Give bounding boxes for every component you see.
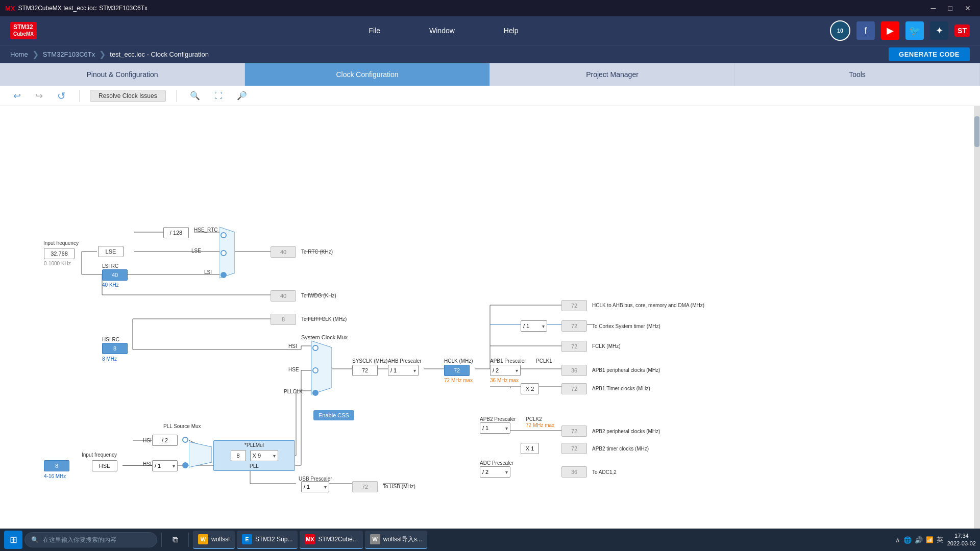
menu-file[interactable]: File bbox=[364, 24, 384, 37]
time: 17:34 bbox=[947, 532, 976, 540]
taskbar-app-stm32sup[interactable]: E STM32 Sup... bbox=[237, 531, 298, 549]
to-iwdg-label: To IWDG (KHz) bbox=[301, 293, 336, 298]
apb1-timer-value: 72 bbox=[561, 383, 587, 394]
to-rtc-value: 40 bbox=[271, 246, 296, 258]
resolve-clock-button[interactable]: Resolve Clock Issues bbox=[90, 90, 166, 102]
hsi-rc-unit: 8 MHz bbox=[102, 356, 117, 362]
pllclk-mux-label: PLLCLK bbox=[284, 389, 303, 394]
tab-bar: Pinout & Configuration Clock Configurati… bbox=[0, 63, 980, 86]
hse-div-dropdown[interactable]: / 1 bbox=[152, 460, 178, 471]
rtc-mux-lse-radio[interactable] bbox=[220, 250, 227, 256]
close-button[interactable]: ✕ bbox=[961, 4, 975, 12]
wifi-icon[interactable]: 📶 bbox=[926, 536, 934, 543]
toolbar-separator bbox=[79, 90, 80, 102]
ahb-prescaler-dropdown[interactable]: / 1 bbox=[388, 365, 419, 376]
pclk1-value: 36 bbox=[561, 365, 587, 376]
tab-pinout[interactable]: Pinout & Configuration bbox=[0, 63, 245, 86]
input-freq-top-value[interactable]: 32.768 bbox=[44, 248, 75, 259]
tray-expand-icon[interactable]: ∧ bbox=[895, 536, 900, 544]
hsi-rc-value[interactable]: 8 bbox=[102, 343, 128, 354]
sys-mux-pll-radio[interactable] bbox=[312, 390, 318, 396]
pll-src-hse-radio[interactable] bbox=[182, 462, 188, 468]
apb1-periph-label: APB1 peripheral clocks (MHz) bbox=[592, 367, 660, 373]
taskbar-search[interactable]: 🔍 在这里输入你要搜索的内容 bbox=[24, 532, 157, 547]
zoom-out-button[interactable]: 🔎 bbox=[234, 90, 250, 102]
menu-window[interactable]: Window bbox=[425, 24, 459, 37]
sysclk-value[interactable]: 72 bbox=[352, 365, 378, 376]
redo-button[interactable]: ↪ bbox=[32, 89, 46, 103]
taskbar-app-stm32cube[interactable]: MX STM32Cube... bbox=[300, 531, 362, 549]
lang-label[interactable]: 英 bbox=[937, 535, 943, 544]
clock-canvas: Input frequency 32.768 0-1000 KHz LSE LS… bbox=[0, 106, 974, 529]
apb2-prescaler-dropdown[interactable]: / 1 bbox=[480, 422, 510, 434]
pll-mul-label: *PLLMul bbox=[244, 442, 264, 448]
wolfssl-app-icon: W bbox=[198, 534, 208, 544]
scrollbar[interactable] bbox=[974, 106, 980, 529]
pll-label: PLL bbox=[250, 463, 259, 469]
hse-box: HSE bbox=[92, 460, 117, 471]
menu-help[interactable]: Help bbox=[500, 24, 523, 37]
usb-prescaler-dropdown[interactable]: / 1 bbox=[301, 481, 329, 492]
lsi-rc-label: LSI RC bbox=[102, 263, 118, 269]
system-tray-icons: ∧ 🌐 🔊 📶 英 bbox=[895, 535, 943, 544]
taskbar-app-wolfssl[interactable]: W wolfssl bbox=[193, 531, 235, 549]
lse-box: LSE bbox=[98, 246, 124, 257]
header-icons: 10 f ▶ 🐦 ✦ ST bbox=[830, 20, 970, 41]
enable-css-button[interactable]: Enable CSS bbox=[313, 410, 354, 420]
apb1-prescaler-dropdown[interactable]: / 2 bbox=[490, 365, 521, 376]
start-button[interactable]: ⊞ bbox=[4, 531, 22, 549]
scrollbar-thumb[interactable] bbox=[974, 116, 979, 147]
pclk1-label: PCLK1 bbox=[536, 358, 552, 364]
sysclk-label: SYSCLK (MHz) bbox=[352, 358, 387, 364]
minimize-button[interactable]: ─ bbox=[927, 4, 940, 12]
hse-rtc-label: HSE_RTC bbox=[194, 227, 218, 233]
network-icon[interactable]: 🌐 bbox=[903, 536, 912, 544]
refresh-button[interactable]: ↺ bbox=[54, 89, 69, 103]
youtube-icon[interactable]: ▶ bbox=[881, 21, 899, 40]
clock-display[interactable]: 17:34 2022-03-02 bbox=[947, 532, 976, 548]
breadcrumb-home[interactable]: Home bbox=[10, 51, 28, 58]
breadcrumb-current[interactable]: test_ecc.ioc - Clock Configuration bbox=[110, 51, 209, 58]
cortex-timer-label: To Cortex System timer (MHz) bbox=[592, 323, 660, 329]
task-view-button[interactable]: ⧉ bbox=[166, 531, 184, 549]
sys-mux-hse-radio[interactable] bbox=[312, 367, 318, 373]
maximize-button[interactable]: □ bbox=[944, 4, 957, 12]
taskbar-app-wolfssl2[interactable]: W wolfssl导入s... bbox=[365, 531, 427, 549]
twitter-icon[interactable]: 🐦 bbox=[905, 21, 924, 40]
lsi-rc-value[interactable]: 40 bbox=[102, 269, 128, 281]
lse-out-label: LSE bbox=[191, 248, 201, 254]
fit-view-button[interactable]: ⛶ bbox=[211, 90, 226, 102]
community-icon[interactable]: ✦ bbox=[930, 21, 948, 40]
adc-prescaler-dropdown[interactable]: / 2 bbox=[480, 466, 510, 478]
rtc-mux-hse-radio[interactable] bbox=[220, 232, 227, 238]
tab-project-manager[interactable]: Project Manager bbox=[490, 63, 735, 86]
tab-tools[interactable]: Tools bbox=[735, 63, 980, 86]
facebook-icon[interactable]: f bbox=[856, 21, 875, 40]
volume-icon[interactable]: 🔊 bbox=[915, 536, 923, 544]
pll-src-hsi-radio[interactable] bbox=[182, 437, 188, 443]
undo-button[interactable]: ↩ bbox=[10, 89, 24, 103]
tab-clock[interactable]: Clock Configuration bbox=[245, 63, 490, 86]
apb2-timer-mult: X 1 bbox=[521, 443, 539, 454]
usb-value: 72 bbox=[352, 481, 378, 492]
cortex-timer-div-dropdown[interactable]: / 1 bbox=[521, 320, 547, 332]
to-flit-value: 8 bbox=[271, 314, 296, 325]
pclk1-max: 36 MHz max bbox=[490, 378, 519, 383]
breadcrumb-mcu[interactable]: STM32F103C6Tx bbox=[43, 51, 95, 58]
pll-mul-value[interactable]: 8 bbox=[231, 450, 246, 461]
usb-label: To USB (MHz) bbox=[383, 484, 415, 489]
input-freq-bottom-range: 4-16 MHz bbox=[44, 473, 66, 479]
zoom-in-button[interactable]: 🔍 bbox=[187, 90, 203, 102]
hclk-value[interactable]: 72 bbox=[444, 365, 470, 376]
date: 2022-03-02 bbox=[947, 540, 976, 547]
sys-mux-hsi-radio[interactable] bbox=[312, 345, 318, 351]
rtc-mux-lsi-radio[interactable] bbox=[220, 272, 227, 278]
input-freq-bottom-value[interactable]: 8 bbox=[44, 460, 69, 471]
apb2-periph-label: APB2 peripheral clocks (MHz) bbox=[592, 429, 660, 434]
input-freq-bottom-label: Input frequency bbox=[82, 452, 117, 458]
generate-code-button[interactable]: GENERATE CODE bbox=[889, 47, 970, 61]
cortex-timer-value: 72 bbox=[561, 320, 587, 332]
pll-mul-dropdown[interactable]: X 9 bbox=[250, 450, 278, 461]
app-icon: MX bbox=[5, 5, 15, 12]
taskbar-search-text: 在这里输入你要搜索的内容 bbox=[43, 536, 116, 544]
